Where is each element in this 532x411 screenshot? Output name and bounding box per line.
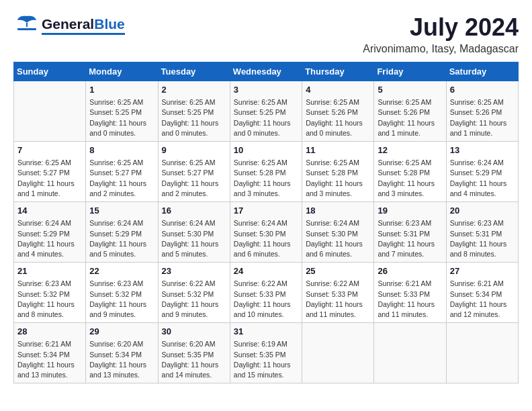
day-info: Sunrise: 6:25 AMSunset: 5:28 PMDaylight:…: [234, 158, 298, 199]
day-number: 22: [89, 265, 154, 277]
day-info: Sunrise: 6:24 AMSunset: 5:30 PMDaylight:…: [306, 218, 370, 259]
column-header-monday: Monday: [86, 62, 158, 81]
day-number: 14: [17, 205, 82, 217]
day-info: Sunrise: 6:24 AMSunset: 5:29 PMDaylight:…: [17, 218, 82, 259]
logo-bird-icon: [15, 13, 39, 38]
day-info: Sunrise: 6:25 AMSunset: 5:25 PMDaylight:…: [162, 97, 226, 138]
calendar-cell: 26Sunrise: 6:21 AMSunset: 5:33 PMDayligh…: [374, 263, 446, 323]
day-info: Sunrise: 6:23 AMSunset: 5:31 PMDaylight:…: [378, 218, 442, 259]
calendar-cell: 3Sunrise: 6:25 AMSunset: 5:25 PMDaylight…: [230, 81, 302, 142]
calendar-cell: 30Sunrise: 6:20 AMSunset: 5:35 PMDayligh…: [158, 323, 230, 383]
day-number: 9: [162, 144, 226, 156]
day-number: 24: [234, 265, 298, 277]
day-number: 28: [17, 326, 82, 338]
calendar-cell: 6Sunrise: 6:25 AMSunset: 5:26 PMDaylight…: [446, 81, 518, 142]
logo-text: General Blue: [42, 17, 125, 35]
day-number: 8: [89, 144, 154, 156]
calendar-cell: [446, 323, 518, 383]
column-header-tuesday: Tuesday: [158, 62, 230, 81]
calendar-cell: 17Sunrise: 6:24 AMSunset: 5:30 PMDayligh…: [230, 202, 302, 263]
calendar-cell: 21Sunrise: 6:23 AMSunset: 5:32 PMDayligh…: [14, 263, 86, 323]
location-subtitle: Arivonimamo, Itasy, Madagascar: [363, 43, 519, 55]
day-number: 3: [234, 84, 298, 96]
calendar-cell: 24Sunrise: 6:22 AMSunset: 5:33 PMDayligh…: [230, 263, 302, 323]
day-info: Sunrise: 6:23 AMSunset: 5:32 PMDaylight:…: [89, 279, 154, 320]
column-header-sunday: Sunday: [14, 62, 86, 81]
calendar-cell: 28Sunrise: 6:21 AMSunset: 5:34 PMDayligh…: [14, 323, 86, 383]
logo-divider: [42, 33, 125, 35]
day-number: 27: [450, 265, 515, 277]
day-number: 10: [234, 144, 298, 156]
calendar-cell: 2Sunrise: 6:25 AMSunset: 5:25 PMDaylight…: [158, 81, 230, 142]
day-info: Sunrise: 6:20 AMSunset: 5:35 PMDaylight:…: [162, 339, 226, 380]
calendar-cell: 23Sunrise: 6:22 AMSunset: 5:32 PMDayligh…: [158, 263, 230, 323]
column-header-friday: Friday: [374, 62, 446, 81]
day-number: 25: [306, 265, 370, 277]
day-info: Sunrise: 6:25 AMSunset: 5:26 PMDaylight:…: [306, 97, 370, 138]
page-header: General Blue July 2024 Arivonimamo, Itas…: [13, 13, 519, 55]
logo-blue-text: Blue: [94, 17, 125, 31]
day-number: 4: [306, 84, 370, 96]
logo-general-text: General: [42, 17, 94, 31]
calendar-cell: 9Sunrise: 6:25 AMSunset: 5:27 PMDaylight…: [158, 142, 230, 202]
day-info: Sunrise: 6:24 AMSunset: 5:30 PMDaylight:…: [162, 218, 226, 259]
day-info: Sunrise: 6:24 AMSunset: 5:30 PMDaylight:…: [234, 218, 298, 259]
calendar-cell: 4Sunrise: 6:25 AMSunset: 5:26 PMDaylight…: [302, 81, 374, 142]
day-number: 26: [378, 265, 442, 277]
calendar-cell: 25Sunrise: 6:22 AMSunset: 5:33 PMDayligh…: [302, 263, 374, 323]
day-info: Sunrise: 6:22 AMSunset: 5:33 PMDaylight:…: [306, 279, 370, 320]
day-number: 5: [378, 84, 442, 96]
day-number: 6: [450, 84, 515, 96]
day-number: 11: [306, 144, 370, 156]
day-info: Sunrise: 6:24 AMSunset: 5:29 PMDaylight:…: [89, 218, 154, 259]
calendar-cell: 14Sunrise: 6:24 AMSunset: 5:29 PMDayligh…: [14, 202, 86, 263]
day-number: 1: [89, 84, 154, 96]
day-info: Sunrise: 6:23 AMSunset: 5:31 PMDaylight:…: [450, 218, 515, 259]
month-year-title: July 2024: [363, 13, 519, 42]
calendar-cell: 16Sunrise: 6:24 AMSunset: 5:30 PMDayligh…: [158, 202, 230, 263]
day-number: 19: [378, 205, 442, 217]
calendar-cell: 19Sunrise: 6:23 AMSunset: 5:31 PMDayligh…: [374, 202, 446, 263]
calendar-week-1: 1Sunrise: 6:25 AMSunset: 5:25 PMDaylight…: [14, 81, 519, 142]
calendar-cell: 10Sunrise: 6:25 AMSunset: 5:28 PMDayligh…: [230, 142, 302, 202]
day-info: Sunrise: 6:22 AMSunset: 5:33 PMDaylight:…: [234, 279, 298, 320]
calendar-cell: [374, 323, 446, 383]
calendar-week-5: 28Sunrise: 6:21 AMSunset: 5:34 PMDayligh…: [14, 323, 519, 383]
column-header-thursday: Thursday: [302, 62, 374, 81]
day-info: Sunrise: 6:25 AMSunset: 5:25 PMDaylight:…: [234, 97, 298, 138]
calendar-cell: 1Sunrise: 6:25 AMSunset: 5:25 PMDaylight…: [86, 81, 158, 142]
day-info: Sunrise: 6:24 AMSunset: 5:29 PMDaylight:…: [450, 158, 515, 199]
calendar-cell: 29Sunrise: 6:20 AMSunset: 5:34 PMDayligh…: [86, 323, 158, 383]
logo: General Blue: [13, 13, 125, 38]
svg-rect-0: [17, 28, 36, 30]
day-number: 7: [17, 144, 82, 156]
day-number: 30: [162, 326, 226, 338]
day-info: Sunrise: 6:21 AMSunset: 5:34 PMDaylight:…: [17, 339, 82, 380]
day-number: 12: [378, 144, 442, 156]
day-number: 20: [450, 205, 515, 217]
day-number: 13: [450, 144, 515, 156]
day-info: Sunrise: 6:21 AMSunset: 5:33 PMDaylight:…: [378, 279, 442, 320]
calendar-cell: 31Sunrise: 6:19 AMSunset: 5:35 PMDayligh…: [230, 323, 302, 383]
day-info: Sunrise: 6:23 AMSunset: 5:32 PMDaylight:…: [17, 279, 82, 320]
calendar-week-3: 14Sunrise: 6:24 AMSunset: 5:29 PMDayligh…: [14, 202, 519, 263]
calendar-cell: 13Sunrise: 6:24 AMSunset: 5:29 PMDayligh…: [446, 142, 518, 202]
day-info: Sunrise: 6:25 AMSunset: 5:28 PMDaylight:…: [378, 158, 442, 199]
calendar-week-4: 21Sunrise: 6:23 AMSunset: 5:32 PMDayligh…: [14, 263, 519, 323]
calendar-header: SundayMondayTuesdayWednesdayThursdayFrid…: [14, 62, 519, 81]
day-info: Sunrise: 6:25 AMSunset: 5:28 PMDaylight:…: [306, 158, 370, 199]
calendar-cell: 20Sunrise: 6:23 AMSunset: 5:31 PMDayligh…: [446, 202, 518, 263]
calendar-cell: 5Sunrise: 6:25 AMSunset: 5:26 PMDaylight…: [374, 81, 446, 142]
calendar-cell: [14, 81, 86, 142]
day-info: Sunrise: 6:25 AMSunset: 5:25 PMDaylight:…: [89, 97, 154, 138]
day-number: 29: [89, 326, 154, 338]
day-info: Sunrise: 6:20 AMSunset: 5:34 PMDaylight:…: [89, 339, 154, 380]
day-info: Sunrise: 6:19 AMSunset: 5:35 PMDaylight:…: [234, 339, 298, 380]
day-number: 18: [306, 205, 370, 217]
title-area: July 2024 Arivonimamo, Itasy, Madagascar: [363, 13, 519, 55]
calendar-cell: [302, 323, 374, 383]
calendar-cell: 7Sunrise: 6:25 AMSunset: 5:27 PMDaylight…: [14, 142, 86, 202]
day-number: 17: [234, 205, 298, 217]
day-number: 15: [89, 205, 154, 217]
calendar-cell: 11Sunrise: 6:25 AMSunset: 5:28 PMDayligh…: [302, 142, 374, 202]
